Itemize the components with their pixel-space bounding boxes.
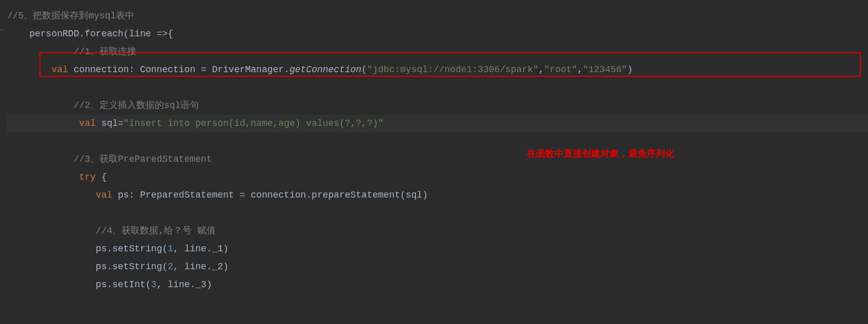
code-token: //4、获取数据,给？号 赋值	[96, 226, 216, 236]
code-token: ps.setString(	[96, 244, 168, 254]
fold-icon[interactable]: ⌄	[0, 26, 5, 32]
code-token: 3	[151, 279, 157, 290]
code-token: ps.setString(	[96, 262, 168, 272]
code-token: connection: Connection = DriverManager.	[74, 64, 290, 75]
code-token: val	[96, 190, 118, 200]
code-token: "insert into person(id,name,age) values(…	[123, 118, 384, 128]
code-token: ,	[577, 64, 583, 75]
code-line[interactable]: val connection: Connection = DriverManag…	[7, 61, 868, 79]
annotation-arrow	[0, 294, 868, 324]
code-token: , line._2)	[173, 262, 229, 272]
code-line[interactable]: //5、把数据保存到mysql表中	[7, 7, 868, 25]
code-line[interactable]: personRDD.foreach(line =>{	[7, 25, 868, 43]
code-token	[74, 172, 79, 182]
code-token: //2、定义插入数据的sql语句	[74, 100, 199, 111]
code-line[interactable]: ps.setString(1, line._1)	[7, 240, 868, 258]
code-token: ps.setInt(	[96, 279, 151, 290]
code-token: )	[627, 64, 633, 75]
code-token: personRDD.foreach(line =>{	[29, 29, 173, 39]
code-line[interactable]: try {	[7, 168, 868, 186]
code-token: , line._1)	[173, 244, 229, 254]
code-token: ,	[539, 64, 544, 75]
code-line[interactable]	[7, 204, 868, 222]
code-line[interactable]: ps.setInt(3, line._3)	[7, 276, 868, 294]
code-token: val	[79, 118, 101, 128]
code-token: //3、获取PreParedStatement	[74, 154, 212, 164]
code-token: "123456"	[583, 64, 627, 75]
code-line[interactable]: //2、定义插入数据的sql语句	[7, 97, 868, 115]
code-line[interactable]: //1、获取连接	[7, 43, 868, 61]
code-token: sql=	[101, 118, 123, 128]
code-token: 1	[168, 244, 173, 254]
code-token: ps: PreparedStatement = connection.prepa…	[118, 190, 428, 200]
annotation-text: 在函数中直接创建对象，避免序列化	[527, 145, 674, 163]
code-token: "root"	[544, 64, 577, 75]
code-token: {	[101, 172, 107, 182]
code-token: getConnection	[290, 64, 361, 75]
code-line[interactable]: //3、获取PreParedStatement	[7, 150, 868, 168]
code-token: //1、获取连接	[74, 47, 136, 57]
code-line[interactable]: val ps: PreparedStatement = connection.p…	[7, 186, 868, 204]
code-token: val	[51, 64, 73, 75]
code-line[interactable]: //4、获取数据,给？号 赋值	[7, 222, 868, 240]
code-line[interactable]	[7, 79, 868, 97]
code-token: try	[79, 172, 101, 182]
code-token	[74, 118, 79, 128]
code-token: , line._3)	[157, 279, 212, 290]
code-editor[interactable]: //5、把数据保存到mysql表中 personRDD.foreach(line…	[0, 0, 868, 294]
code-token: //5、把数据保存到mysql表中	[7, 11, 134, 21]
code-token: 2	[168, 262, 173, 272]
code-line[interactable]	[7, 133, 868, 150]
code-line[interactable]: ps.setString(2, line._2)	[7, 258, 868, 276]
code-token: (	[361, 64, 367, 75]
code-token: "jdbc:mysql://node1:3306/spark"	[367, 64, 539, 75]
code-line[interactable]: val sql="insert into person(id,name,age)…	[7, 115, 868, 133]
